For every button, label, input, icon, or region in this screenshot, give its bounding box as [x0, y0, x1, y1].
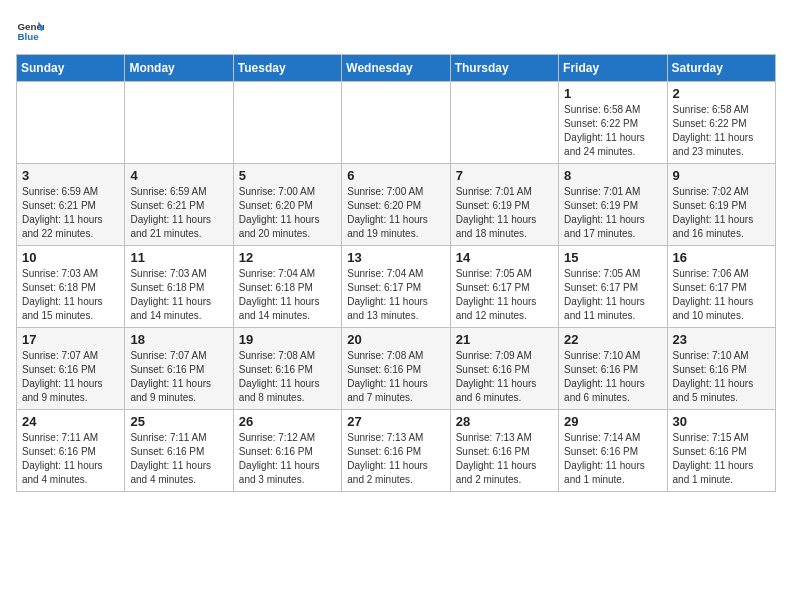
day-info: Sunrise: 7:10 AM Sunset: 6:16 PM Dayligh… [673, 349, 770, 405]
day-info: Sunrise: 7:09 AM Sunset: 6:16 PM Dayligh… [456, 349, 553, 405]
day-info: Sunrise: 6:59 AM Sunset: 6:21 PM Dayligh… [130, 185, 227, 241]
day-number: 14 [456, 250, 553, 265]
cell-week5-day5: 29Sunrise: 7:14 AM Sunset: 6:16 PM Dayli… [559, 410, 667, 492]
day-number: 17 [22, 332, 119, 347]
day-info: Sunrise: 7:13 AM Sunset: 6:16 PM Dayligh… [456, 431, 553, 487]
week-row-3: 10Sunrise: 7:03 AM Sunset: 6:18 PM Dayli… [17, 246, 776, 328]
day-number: 15 [564, 250, 661, 265]
day-number: 16 [673, 250, 770, 265]
cell-week2-day1: 4Sunrise: 6:59 AM Sunset: 6:21 PM Daylig… [125, 164, 233, 246]
day-info: Sunrise: 7:11 AM Sunset: 6:16 PM Dayligh… [22, 431, 119, 487]
day-number: 9 [673, 168, 770, 183]
day-info: Sunrise: 7:06 AM Sunset: 6:17 PM Dayligh… [673, 267, 770, 323]
cell-week1-day5: 1Sunrise: 6:58 AM Sunset: 6:22 PM Daylig… [559, 82, 667, 164]
cell-week3-day0: 10Sunrise: 7:03 AM Sunset: 6:18 PM Dayli… [17, 246, 125, 328]
day-info: Sunrise: 6:58 AM Sunset: 6:22 PM Dayligh… [564, 103, 661, 159]
day-info: Sunrise: 6:59 AM Sunset: 6:21 PM Dayligh… [22, 185, 119, 241]
day-number: 18 [130, 332, 227, 347]
day-number: 3 [22, 168, 119, 183]
cell-week5-day6: 30Sunrise: 7:15 AM Sunset: 6:16 PM Dayli… [667, 410, 775, 492]
day-info: Sunrise: 7:07 AM Sunset: 6:16 PM Dayligh… [22, 349, 119, 405]
day-number: 6 [347, 168, 444, 183]
header-thursday: Thursday [450, 55, 558, 82]
cell-week3-day6: 16Sunrise: 7:06 AM Sunset: 6:17 PM Dayli… [667, 246, 775, 328]
day-number: 12 [239, 250, 336, 265]
cell-week4-day0: 17Sunrise: 7:07 AM Sunset: 6:16 PM Dayli… [17, 328, 125, 410]
day-info: Sunrise: 7:01 AM Sunset: 6:19 PM Dayligh… [456, 185, 553, 241]
day-info: Sunrise: 7:03 AM Sunset: 6:18 PM Dayligh… [22, 267, 119, 323]
day-number: 4 [130, 168, 227, 183]
day-info: Sunrise: 7:00 AM Sunset: 6:20 PM Dayligh… [239, 185, 336, 241]
day-info: Sunrise: 7:07 AM Sunset: 6:16 PM Dayligh… [130, 349, 227, 405]
cell-week2-day2: 5Sunrise: 7:00 AM Sunset: 6:20 PM Daylig… [233, 164, 341, 246]
cell-week3-day3: 13Sunrise: 7:04 AM Sunset: 6:17 PM Dayli… [342, 246, 450, 328]
day-number: 26 [239, 414, 336, 429]
day-info: Sunrise: 7:08 AM Sunset: 6:16 PM Dayligh… [347, 349, 444, 405]
cell-week2-day0: 3Sunrise: 6:59 AM Sunset: 6:21 PM Daylig… [17, 164, 125, 246]
day-number: 28 [456, 414, 553, 429]
day-number: 10 [22, 250, 119, 265]
day-info: Sunrise: 7:02 AM Sunset: 6:19 PM Dayligh… [673, 185, 770, 241]
day-number: 24 [22, 414, 119, 429]
cell-week3-day1: 11Sunrise: 7:03 AM Sunset: 6:18 PM Dayli… [125, 246, 233, 328]
week-row-1: 1Sunrise: 6:58 AM Sunset: 6:22 PM Daylig… [17, 82, 776, 164]
cell-week2-day4: 7Sunrise: 7:01 AM Sunset: 6:19 PM Daylig… [450, 164, 558, 246]
header-friday: Friday [559, 55, 667, 82]
day-number: 23 [673, 332, 770, 347]
cell-week4-day1: 18Sunrise: 7:07 AM Sunset: 6:16 PM Dayli… [125, 328, 233, 410]
cell-week2-day6: 9Sunrise: 7:02 AM Sunset: 6:19 PM Daylig… [667, 164, 775, 246]
day-info: Sunrise: 7:04 AM Sunset: 6:17 PM Dayligh… [347, 267, 444, 323]
logo: General Blue [16, 16, 48, 44]
day-number: 11 [130, 250, 227, 265]
day-number: 8 [564, 168, 661, 183]
cell-week5-day1: 25Sunrise: 7:11 AM Sunset: 6:16 PM Dayli… [125, 410, 233, 492]
day-number: 29 [564, 414, 661, 429]
day-info: Sunrise: 7:13 AM Sunset: 6:16 PM Dayligh… [347, 431, 444, 487]
svg-text:Blue: Blue [17, 31, 39, 42]
logo-icon: General Blue [16, 16, 44, 44]
day-number: 1 [564, 86, 661, 101]
day-info: Sunrise: 7:12 AM Sunset: 6:16 PM Dayligh… [239, 431, 336, 487]
day-number: 5 [239, 168, 336, 183]
day-info: Sunrise: 6:58 AM Sunset: 6:22 PM Dayligh… [673, 103, 770, 159]
day-number: 21 [456, 332, 553, 347]
day-number: 7 [456, 168, 553, 183]
day-number: 22 [564, 332, 661, 347]
cell-week4-day5: 22Sunrise: 7:10 AM Sunset: 6:16 PM Dayli… [559, 328, 667, 410]
day-info: Sunrise: 7:11 AM Sunset: 6:16 PM Dayligh… [130, 431, 227, 487]
calendar-table: SundayMondayTuesdayWednesdayThursdayFrid… [16, 54, 776, 492]
header-tuesday: Tuesday [233, 55, 341, 82]
cell-week3-day4: 14Sunrise: 7:05 AM Sunset: 6:17 PM Dayli… [450, 246, 558, 328]
day-number: 25 [130, 414, 227, 429]
day-info: Sunrise: 7:03 AM Sunset: 6:18 PM Dayligh… [130, 267, 227, 323]
calendar-header-row: SundayMondayTuesdayWednesdayThursdayFrid… [17, 55, 776, 82]
header-sunday: Sunday [17, 55, 125, 82]
day-info: Sunrise: 7:08 AM Sunset: 6:16 PM Dayligh… [239, 349, 336, 405]
day-number: 20 [347, 332, 444, 347]
cell-week1-day1 [125, 82, 233, 164]
day-info: Sunrise: 7:00 AM Sunset: 6:20 PM Dayligh… [347, 185, 444, 241]
week-row-4: 17Sunrise: 7:07 AM Sunset: 6:16 PM Dayli… [17, 328, 776, 410]
cell-week3-day2: 12Sunrise: 7:04 AM Sunset: 6:18 PM Dayli… [233, 246, 341, 328]
cell-week1-day2 [233, 82, 341, 164]
header-saturday: Saturday [667, 55, 775, 82]
cell-week1-day4 [450, 82, 558, 164]
cell-week2-day3: 6Sunrise: 7:00 AM Sunset: 6:20 PM Daylig… [342, 164, 450, 246]
cell-week2-day5: 8Sunrise: 7:01 AM Sunset: 6:19 PM Daylig… [559, 164, 667, 246]
cell-week4-day6: 23Sunrise: 7:10 AM Sunset: 6:16 PM Dayli… [667, 328, 775, 410]
cell-week1-day6: 2Sunrise: 6:58 AM Sunset: 6:22 PM Daylig… [667, 82, 775, 164]
cell-week1-day3 [342, 82, 450, 164]
cell-week4-day4: 21Sunrise: 7:09 AM Sunset: 6:16 PM Dayli… [450, 328, 558, 410]
day-info: Sunrise: 7:05 AM Sunset: 6:17 PM Dayligh… [564, 267, 661, 323]
page-header: General Blue [16, 16, 776, 44]
cell-week1-day0 [17, 82, 125, 164]
day-info: Sunrise: 7:14 AM Sunset: 6:16 PM Dayligh… [564, 431, 661, 487]
cell-week5-day2: 26Sunrise: 7:12 AM Sunset: 6:16 PM Dayli… [233, 410, 341, 492]
cell-week5-day3: 27Sunrise: 7:13 AM Sunset: 6:16 PM Dayli… [342, 410, 450, 492]
week-row-2: 3Sunrise: 6:59 AM Sunset: 6:21 PM Daylig… [17, 164, 776, 246]
day-info: Sunrise: 7:15 AM Sunset: 6:16 PM Dayligh… [673, 431, 770, 487]
day-number: 13 [347, 250, 444, 265]
day-number: 27 [347, 414, 444, 429]
day-number: 2 [673, 86, 770, 101]
week-row-5: 24Sunrise: 7:11 AM Sunset: 6:16 PM Dayli… [17, 410, 776, 492]
